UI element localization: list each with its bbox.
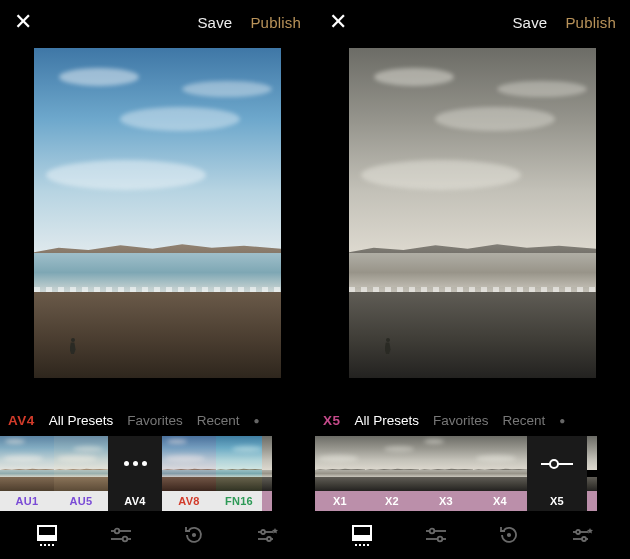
preset-thumb-au1[interactable]: AU1 (0, 436, 54, 511)
preset-thumb-overflow[interactable] (262, 436, 272, 511)
tab-favorites[interactable]: Favorites (433, 413, 489, 428)
preset-label: AU5 (54, 491, 108, 511)
active-preset-code: X5 (323, 413, 341, 428)
top-bar: ✕ Save Publish (315, 0, 630, 44)
preset-thumb-x1[interactable]: X1 (315, 436, 365, 511)
overflow-dot-icon: ● (254, 415, 260, 426)
svg-point-5 (122, 537, 127, 542)
svg-point-21 (576, 530, 580, 534)
top-bar: ✕ Save Publish (0, 0, 315, 44)
preset-thumb-av4-current[interactable]: AV4 (108, 436, 162, 511)
svg-rect-1 (38, 535, 56, 540)
publish-button[interactable]: Publish (565, 14, 616, 31)
publish-button[interactable]: Publish (250, 14, 301, 31)
active-preset-code: AV4 (8, 413, 35, 428)
preset-label: AU1 (0, 491, 54, 511)
preset-thumb-x2[interactable]: X2 (365, 436, 419, 511)
preset-thumb-fn16[interactable]: FN16 (216, 436, 262, 511)
preset-label: X5 (527, 491, 587, 511)
svg-point-23 (582, 537, 586, 541)
preset-label: AV8 (162, 491, 216, 511)
svg-point-16 (429, 529, 434, 534)
tab-favorites[interactable]: Favorites (127, 413, 183, 428)
preset-thumb-x4[interactable]: X4 (473, 436, 527, 511)
preset-thumb-au5[interactable]: AU5 (54, 436, 108, 511)
svg-point-8 (261, 530, 265, 534)
editor-pane-left: ✕ Save Publish AV4 All Presets Favorites… (0, 0, 315, 559)
svg-rect-14 (353, 535, 371, 540)
bottom-toolbar (315, 511, 630, 559)
tab-recent[interactable]: Recent (503, 413, 546, 428)
preset-thumb-overflow[interactable] (587, 436, 597, 511)
tab-recent[interactable]: Recent (197, 413, 240, 428)
preset-label: AV4 (108, 491, 162, 511)
ellipsis-icon (124, 461, 147, 466)
save-button[interactable]: Save (512, 14, 547, 31)
svg-point-3 (114, 529, 119, 534)
overflow-dot-icon: ● (559, 415, 565, 426)
preset-thumb-strip[interactable]: AU1 AU5 AV4 AV8 FN16 (0, 436, 315, 511)
tab-all-presets[interactable]: All Presets (49, 413, 114, 428)
image-preview[interactable] (0, 44, 315, 404)
preset-category-bar: AV4 All Presets Favorites Recent ● (0, 404, 315, 436)
tool-presets-icon[interactable] (344, 517, 380, 553)
tool-history-icon[interactable] (176, 517, 212, 553)
svg-point-10 (267, 537, 271, 541)
tab-all-presets[interactable]: All Presets (355, 413, 420, 428)
tool-recipes-icon[interactable] (565, 517, 601, 553)
preset-thumb-x5-current[interactable]: X5 (527, 436, 587, 511)
svg-point-19 (508, 534, 510, 536)
bottom-toolbar (0, 511, 315, 559)
preset-label: X1 (315, 491, 365, 511)
tool-recipes-icon[interactable] (250, 517, 286, 553)
svg-point-6 (193, 534, 195, 536)
preset-category-bar: X5 All Presets Favorites Recent ● (315, 404, 630, 436)
svg-point-18 (437, 537, 442, 542)
close-icon[interactable]: ✕ (14, 11, 32, 33)
slider-adjust-icon (540, 458, 574, 470)
tool-presets-icon[interactable] (29, 517, 65, 553)
preset-thumb-x3[interactable]: X3 (419, 436, 473, 511)
close-icon[interactable]: ✕ (329, 11, 347, 33)
save-button[interactable]: Save (197, 14, 232, 31)
svg-point-12 (550, 460, 558, 468)
preset-label: X2 (365, 491, 419, 511)
preset-label: X4 (473, 491, 527, 511)
preset-label: X3 (419, 491, 473, 511)
tool-sliders-icon[interactable] (103, 517, 139, 553)
preset-thumb-av8[interactable]: AV8 (162, 436, 216, 511)
image-preview[interactable] (315, 44, 630, 404)
tool-history-icon[interactable] (491, 517, 527, 553)
tool-sliders-icon[interactable] (418, 517, 454, 553)
preset-thumb-strip[interactable]: X1 X2 X3 X4 X5 (315, 436, 630, 511)
preset-label: FN16 (216, 491, 262, 511)
editor-pane-right: ✕ Save Publish X5 All Presets Favorites … (315, 0, 630, 559)
